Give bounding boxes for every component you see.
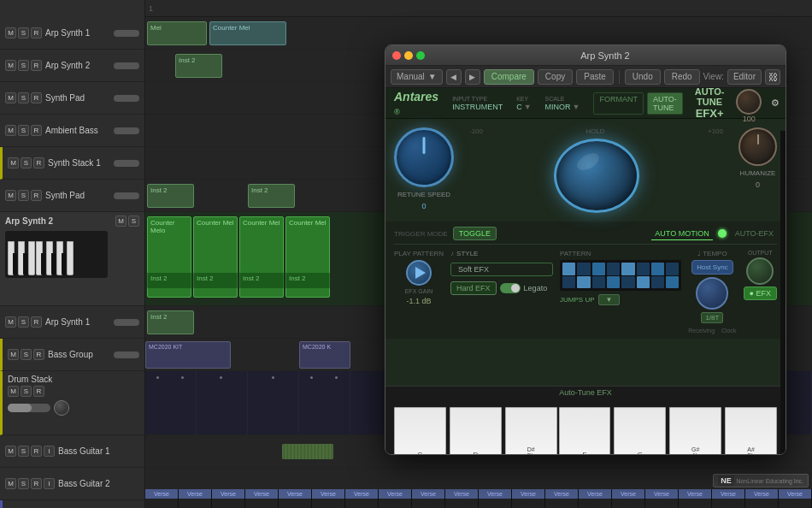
- mute-button[interactable]: M: [8, 386, 19, 397]
- play-button[interactable]: [406, 260, 432, 286]
- close-button[interactable]: [392, 51, 401, 60]
- manual-dropdown[interactable]: Manual ▼: [391, 69, 443, 85]
- volume-knob[interactable]: [114, 351, 139, 358]
- volume-knob[interactable]: [114, 192, 139, 199]
- record-button[interactable]: R: [33, 386, 44, 397]
- mute-button[interactable]: M: [5, 316, 16, 328]
- drum-knob[interactable]: [54, 400, 69, 416]
- mute-button[interactable]: M: [5, 478, 16, 489]
- mute-button[interactable]: M: [5, 60, 16, 71]
- solo-button[interactable]: S: [21, 157, 32, 168]
- volume-knob[interactable]: [114, 160, 139, 167]
- input-button[interactable]: I: [44, 446, 55, 457]
- record-button[interactable]: R: [31, 446, 42, 457]
- solo-button[interactable]: S: [18, 60, 29, 71]
- key-value[interactable]: C ▼: [516, 103, 531, 111]
- maximize-button[interactable]: [416, 51, 425, 60]
- piano-key-g[interactable]: G: [614, 407, 666, 454]
- solo-button[interactable]: S: [21, 349, 32, 360]
- retune-speed-knob[interactable]: [394, 127, 454, 187]
- automotion-tab[interactable]: AUTO MOTION: [651, 227, 712, 240]
- paste-button[interactable]: Paste: [576, 69, 614, 85]
- host-sync-button[interactable]: Host Sync: [691, 260, 733, 275]
- clip[interactable]: Inst 2: [193, 272, 238, 289]
- toggle-button[interactable]: TOGGLE: [453, 227, 497, 240]
- minimize-button[interactable]: [404, 51, 413, 60]
- input-type-value[interactable]: INSTRUMENT: [452, 103, 503, 111]
- mute-button[interactable]: M: [5, 27, 16, 38]
- humanize-knob[interactable]: [738, 127, 777, 166]
- clip[interactable]: MC2020 K: [299, 341, 350, 369]
- forward-button[interactable]: ▶: [465, 69, 480, 85]
- mute-button[interactable]: M: [5, 92, 16, 103]
- legato-button[interactable]: Legato: [524, 284, 548, 292]
- volume-knob[interactable]: [114, 30, 139, 37]
- soft-efx-button[interactable]: Soft EFX: [450, 263, 553, 276]
- undo-button[interactable]: Undo: [625, 69, 661, 85]
- one-t-button[interactable]: 1/8T: [701, 312, 723, 323]
- record-button[interactable]: R: [31, 478, 42, 489]
- record-button[interactable]: R: [31, 125, 42, 136]
- solo-button[interactable]: S: [18, 316, 29, 328]
- volume-knob[interactable]: [114, 95, 139, 102]
- volume-knob[interactable]: [114, 127, 139, 134]
- redo-button[interactable]: Redo: [664, 69, 700, 85]
- settings-icon[interactable]: ⚙: [768, 94, 782, 113]
- clip[interactable]: Inst 2: [285, 272, 330, 289]
- formant-tab[interactable]: FORMANT: [593, 92, 644, 115]
- record-button[interactable]: R: [31, 92, 42, 103]
- clip[interactable]: Counter Mel: [209, 21, 286, 45]
- mute-button[interactable]: M: [5, 190, 16, 201]
- solo-button[interactable]: S: [18, 27, 29, 38]
- mute-button[interactable]: M: [5, 125, 16, 136]
- solo-button[interactable]: S: [18, 190, 29, 201]
- back-button[interactable]: ◀: [446, 69, 462, 85]
- volume-knob[interactable]: [114, 319, 139, 326]
- compare-button[interactable]: Compare: [484, 69, 534, 85]
- record-button[interactable]: R: [31, 60, 42, 71]
- tempo-knob[interactable]: [696, 277, 728, 310]
- autotune-tab[interactable]: AUTO-TUNE: [647, 92, 683, 115]
- input-button[interactable]: I: [44, 478, 55, 489]
- record-button[interactable]: R: [31, 27, 42, 38]
- link-button[interactable]: ⛓: [765, 69, 780, 85]
- mute-button[interactable]: M: [8, 157, 19, 168]
- hard-efx-toggle[interactable]: [500, 283, 521, 293]
- record-button[interactable]: R: [31, 190, 42, 201]
- mute-button[interactable]: M: [5, 446, 16, 457]
- scale-value[interactable]: MINOR ▼: [545, 103, 580, 111]
- mute-button[interactable]: M: [115, 216, 127, 227]
- piano-key-f[interactable]: F: [559, 407, 611, 454]
- clip[interactable]: Inst 2: [175, 54, 222, 78]
- piano-key-gs[interactable]: G#Ab: [669, 407, 721, 454]
- mute-button[interactable]: M: [8, 349, 19, 360]
- solo-button[interactable]: S: [18, 478, 29, 489]
- solo-button[interactable]: S: [18, 446, 29, 457]
- output-knob[interactable]: [746, 257, 774, 285]
- clip[interactable]: Inst 2: [147, 184, 194, 208]
- solo-button[interactable]: S: [21, 386, 32, 397]
- solo-button[interactable]: S: [128, 216, 139, 227]
- clip[interactable]: MC2020 KIT: [145, 341, 231, 369]
- clip[interactable]: Inst 2: [248, 184, 295, 208]
- piano-key-as[interactable]: A#Bb: [725, 407, 777, 454]
- piano-key-c[interactable]: C: [394, 407, 446, 454]
- pattern-grid[interactable]: [560, 260, 681, 291]
- efx-button[interactable]: ● EFX: [744, 286, 777, 300]
- clip[interactable]: Inst 2: [147, 310, 194, 334]
- clip[interactable]: Mel: [147, 21, 207, 45]
- volume-knob[interactable]: [114, 62, 139, 69]
- drum-slider[interactable]: [8, 404, 50, 412]
- jumps-dropdown[interactable]: ▼: [598, 294, 621, 305]
- autoefx-tab[interactable]: AUTO-EFX: [732, 227, 777, 239]
- clip[interactable]: Inst 2: [239, 272, 284, 289]
- clip[interactable]: [282, 444, 333, 459]
- clip[interactable]: Inst 2: [147, 272, 191, 289]
- scrollbar[interactable]: [780, 131, 786, 454]
- hard-efx-button[interactable]: Hard EFX: [450, 281, 497, 295]
- solo-button[interactable]: S: [18, 92, 29, 103]
- piano-key-ds[interactable]: D#Eb: [505, 407, 557, 454]
- record-button[interactable]: R: [31, 316, 42, 328]
- piano-key-d[interactable]: D: [450, 407, 502, 454]
- mix-knob[interactable]: [736, 89, 762, 115]
